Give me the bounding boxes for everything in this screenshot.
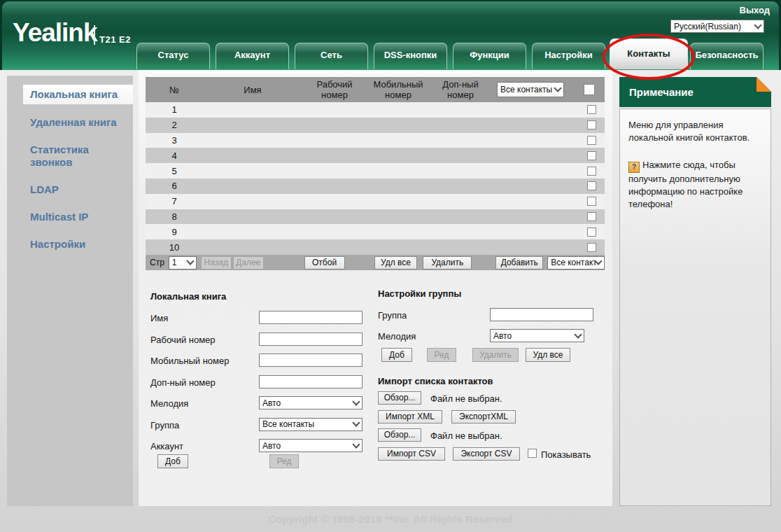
sidebar: Локальная книгаУдаленная книгаСтатистика… bbox=[7, 76, 133, 506]
table-group-filter-select-value: Все контакты bbox=[500, 85, 552, 94]
table-row[interactable]: 4 bbox=[146, 148, 605, 163]
logout-link[interactable]: Выход bbox=[740, 5, 770, 15]
yealink-logo: Yealink bbox=[13, 18, 97, 48]
tab-network[interactable]: Сеть bbox=[295, 43, 368, 69]
group-settings-title: Настройки группы bbox=[378, 288, 461, 299]
browse-xml-button[interactable]: Обзор... bbox=[378, 391, 421, 405]
tab-settings[interactable]: Настройки bbox=[532, 43, 605, 69]
row-checkbox[interactable] bbox=[587, 243, 596, 252]
group-add-button[interactable]: Доб bbox=[381, 348, 412, 362]
table-group-filter-select[interactable]: Все контакты bbox=[497, 82, 564, 97]
row-number: 8 bbox=[146, 211, 203, 222]
ring-tone-select[interactable]: Авто bbox=[259, 396, 363, 410]
local-edit-button[interactable]: Ред bbox=[269, 454, 299, 468]
import-csv-button[interactable]: Импорт CSV bbox=[378, 447, 445, 461]
move-to-group-select-value: Все контакты bbox=[551, 258, 596, 267]
group-edit-button[interactable]: Ред bbox=[427, 348, 456, 362]
group-ring-select-value: Авто bbox=[493, 331, 512, 341]
group-name-input[interactable] bbox=[490, 308, 593, 321]
table-row[interactable]: 6 bbox=[146, 178, 605, 194]
note-paragraph-2: ?Нажмите сюда, чтобы получить дополнител… bbox=[628, 159, 762, 211]
other-number-input[interactable] bbox=[259, 375, 363, 388]
row-checkbox[interactable] bbox=[587, 151, 596, 160]
help-book-icon[interactable]: ? bbox=[628, 162, 640, 173]
page-label: Стр bbox=[150, 258, 164, 267]
sidebar-item-multicast-ip[interactable]: Multicast IP bbox=[30, 211, 133, 223]
import-xml-button[interactable]: Импорт XML bbox=[378, 410, 442, 424]
tab-account[interactable]: Аккаунт bbox=[216, 43, 289, 69]
contacts-table-body: 12345678910 bbox=[146, 102, 605, 255]
group-label: Группа bbox=[150, 420, 179, 430]
row-checkbox[interactable] bbox=[587, 120, 596, 130]
chevron-down-icon bbox=[574, 330, 582, 338]
logo-divider bbox=[94, 25, 95, 45]
column-header: Рабочий номер bbox=[302, 79, 367, 100]
chevron-down-icon bbox=[554, 84, 561, 92]
move-to-group-select[interactable]: Все контакты bbox=[547, 256, 605, 270]
tab-features[interactable]: Функции bbox=[453, 43, 526, 69]
group-delete-all-button[interactable]: Удл все bbox=[526, 348, 570, 362]
prev-page-button[interactable]: Назад bbox=[201, 256, 232, 270]
contacts-table: №ИмяРабочий номерМобильный номерДоп-ный … bbox=[146, 77, 605, 255]
name-input[interactable] bbox=[259, 311, 363, 324]
table-row[interactable]: 7 bbox=[146, 194, 605, 209]
browse-csv-button[interactable]: Обзор... bbox=[378, 428, 421, 442]
note-panel-body: Меню для управления локальной книгой кон… bbox=[619, 108, 771, 506]
row-checkbox[interactable] bbox=[587, 136, 596, 145]
add-contact-button[interactable]: Добавить bbox=[495, 256, 543, 270]
copyright-text: Copyright © 1998-2019 **Inc. All Rights … bbox=[0, 513, 781, 525]
row-checkbox[interactable] bbox=[587, 197, 596, 206]
sidebar-item-remote-phonebook[interactable]: Удаленная книга bbox=[30, 116, 133, 129]
column-header: Имя bbox=[203, 85, 302, 95]
sidebar-item-call-statistics[interactable]: Статистика звонков bbox=[30, 144, 133, 169]
tab-status[interactable]: Статус bbox=[136, 43, 210, 69]
next-page-button[interactable]: Далее bbox=[233, 256, 264, 270]
row-checkbox[interactable] bbox=[587, 105, 596, 114]
tab-security[interactable]: Безопасность bbox=[690, 43, 764, 69]
table-row[interactable]: 3 bbox=[146, 133, 605, 148]
tab-contacts[interactable]: Контакты bbox=[610, 38, 688, 69]
chevron-down-icon bbox=[352, 419, 360, 426]
pagination-bar: Стр1НазадДалееОтбойУдл всеУдалитьДобавит… bbox=[146, 255, 605, 270]
row-checkbox[interactable] bbox=[587, 212, 596, 221]
column-header: Мобильный номер bbox=[367, 79, 430, 100]
row-checkbox[interactable] bbox=[587, 181, 596, 190]
office-number-input[interactable] bbox=[259, 332, 363, 346]
table-row[interactable]: 8 bbox=[146, 209, 605, 225]
table-row[interactable]: 2 bbox=[146, 118, 605, 133]
account-select[interactable]: Авто bbox=[259, 439, 363, 452]
table-row[interactable]: 9 bbox=[146, 224, 605, 239]
mobile-number-input[interactable] bbox=[259, 354, 363, 367]
page-select-value: 1 bbox=[172, 258, 177, 267]
delete-all-button[interactable]: Удл все bbox=[374, 256, 418, 270]
group-delete-button[interactable]: Удалить bbox=[472, 348, 519, 362]
table-row[interactable]: 1 bbox=[146, 102, 605, 118]
group-select[interactable]: Все контакты bbox=[259, 418, 363, 431]
sidebar-item-local-directory[interactable]: Локальная книга bbox=[23, 85, 133, 104]
row-checkbox[interactable] bbox=[587, 227, 596, 237]
page-select[interactable]: 1 bbox=[169, 256, 197, 270]
local-add-button[interactable]: Доб bbox=[157, 454, 188, 468]
delete-button[interactable]: Удалить bbox=[423, 256, 472, 270]
group-name-label: Группа bbox=[378, 310, 407, 321]
local-book-form-title: Локальная книга bbox=[150, 291, 226, 302]
other-number-label: Доп-ный номер bbox=[150, 377, 216, 388]
chevron-down-icon bbox=[754, 21, 761, 29]
column-header: № bbox=[146, 85, 203, 95]
row-checkbox[interactable] bbox=[587, 167, 596, 176]
row-number: 6 bbox=[146, 181, 203, 191]
ring-tone-select-value: Авто bbox=[262, 398, 281, 408]
sidebar-item-ldap[interactable]: LDAP bbox=[30, 183, 133, 196]
select-all-checkbox[interactable] bbox=[584, 84, 595, 95]
export-csv-button[interactable]: Экспорт CSV bbox=[453, 447, 520, 461]
show-title-checkbox[interactable] bbox=[528, 449, 537, 458]
sidebar-item-settings[interactable]: Настройки bbox=[30, 238, 133, 251]
group-ring-select[interactable]: Авто bbox=[490, 329, 584, 342]
tab-dss-keys[interactable]: DSS-кнопки bbox=[374, 43, 447, 69]
hangup-button[interactable]: Отбой bbox=[304, 256, 345, 270]
note-panel-header: Примечание bbox=[619, 77, 771, 107]
table-row[interactable]: 5 bbox=[146, 163, 605, 178]
language-select[interactable]: Русский(Russian) bbox=[670, 20, 764, 33]
export-xml-button[interactable]: ЭкспортXML bbox=[451, 410, 516, 424]
table-row[interactable]: 10 bbox=[146, 239, 605, 255]
